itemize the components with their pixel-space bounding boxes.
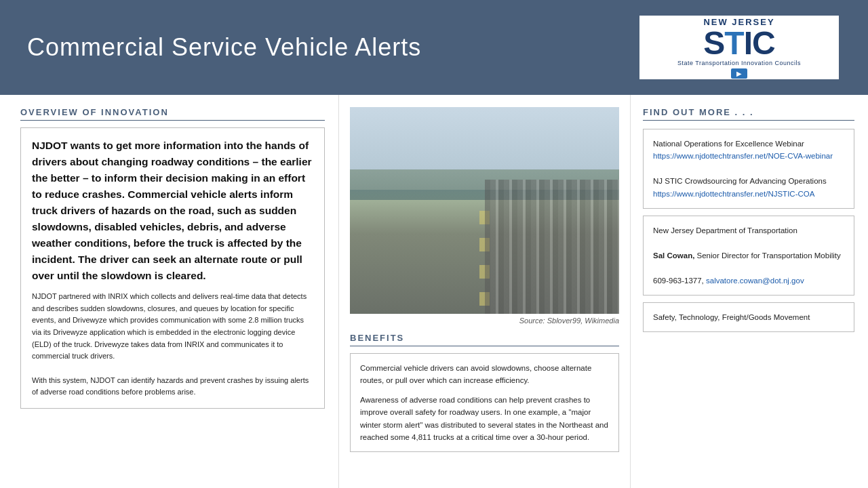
overview-main-text: NJDOT wants to get more information into… — [32, 138, 313, 284]
overview-small-text-1: NJDOT partnered with INRIX which collect… — [32, 291, 313, 363]
middle-column: Source: Sblover99, Wikimedia BENEFITS Co… — [339, 95, 631, 488]
overview-section-title: OVERVIEW OF INNOVATION — [20, 107, 325, 121]
crowdsource-label: NJ STIC Crowdsourcing for Advancing Oper… — [653, 177, 827, 185]
resources-card: National Operations for Excellence Webin… — [643, 129, 854, 209]
benefits-text-2: Awareness of adverse road conditions can… — [360, 394, 609, 444]
logo-sub-text: State Transportation Innovation Councils — [677, 60, 801, 66]
contact-email[interactable]: salvatore.cowan@dot.nj.gov — [706, 277, 804, 285]
logo-arrow: ▶ — [731, 68, 748, 79]
overview-box: NJDOT wants to get more information into… — [20, 127, 325, 409]
header: Commercial Service Vehicle Alerts NEW JE… — [0, 0, 868, 95]
highway-photo — [350, 107, 619, 314]
tags-card: Safety, Technology, Freight/Goods Moveme… — [643, 302, 854, 332]
main-content: OVERVIEW OF INNOVATION NJDOT wants to ge… — [0, 95, 868, 488]
org-name: New Jersey Department of Transportation — [653, 226, 797, 235]
logo-container: NEW JERSEY STIC State Transportation Inn… — [637, 14, 841, 81]
photo-trucks — [485, 180, 620, 314]
contact-title: Senior Director for Transportation Mobil… — [694, 251, 840, 260]
contact-card: New Jersey Department of Transportation … — [643, 216, 854, 296]
contact-name-bold: Sal Cowan, — [653, 251, 694, 260]
contact-phone: 609-963-1377, — [653, 277, 704, 285]
crowdsource-link[interactable]: https://www.njdottechtransfer.net/NJSTIC… — [653, 190, 814, 198]
logo-stic-text: STIC — [703, 27, 774, 60]
page-title: Commercial Service Vehicle Alerts — [27, 33, 421, 62]
find-more-title: FIND OUT MORE . . . — [643, 107, 854, 121]
benefits-box: Commercial vehicle drivers can avoid slo… — [350, 353, 619, 452]
overview-small-text-2: With this system, NJDOT can identify haz… — [32, 375, 313, 399]
benefits-section-title: BENEFITS — [350, 333, 619, 346]
left-column: OVERVIEW OF INNOVATION NJDOT wants to ge… — [0, 95, 339, 488]
right-column: FIND OUT MORE . . . National Operations … — [631, 95, 868, 488]
photo-caption: Source: Sblover99, Wikimedia — [350, 317, 619, 325]
tags-text: Safety, Technology, Freight/Goods Moveme… — [653, 313, 810, 321]
webinar-label: National Operations for Excellence Webin… — [653, 140, 804, 148]
benefits-text-1: Commercial vehicle drivers can avoid slo… — [360, 362, 609, 387]
webinar-link[interactable]: https://www.njdottechtransfer.net/NOE-CV… — [653, 152, 833, 160]
